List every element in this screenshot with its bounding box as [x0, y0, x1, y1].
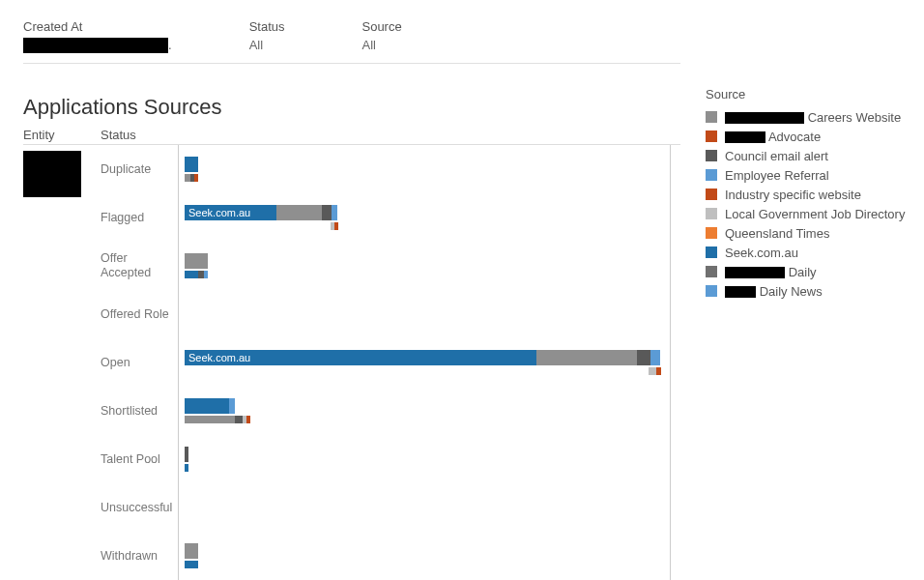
bar-segment-careers[interactable]	[185, 543, 198, 559]
bar-row	[185, 447, 664, 462]
legend-label: Seek.com.au	[725, 246, 798, 260]
filter-value: All	[361, 38, 401, 52]
bar-row	[185, 157, 664, 172]
plot-cell: Seek.com.au	[179, 338, 670, 387]
plot-cell	[179, 532, 670, 580]
legend-item[interactable]: Daily	[706, 262, 924, 281]
legend-item[interactable]: Careers Website	[706, 107, 924, 127]
plot-cell	[179, 483, 670, 532]
legend-label: Daily News	[725, 284, 823, 299]
bar-row	[185, 398, 664, 414]
status-cell: Offered Role	[101, 290, 178, 338]
filter-label: Status	[249, 19, 285, 34]
filter-bar: Created At . Status All Source All	[23, 19, 680, 64]
bar-segment-industry[interactable]	[194, 174, 198, 182]
col-status-header: Status	[101, 128, 178, 142]
plot-cell	[179, 387, 670, 435]
bar-row	[649, 367, 664, 375]
status-cell: Open	[101, 338, 178, 387]
bar-segment-seek[interactable]: Seek.com.au	[185, 205, 276, 220]
bar-segment-industry[interactable]	[656, 367, 661, 375]
bar-segment-careers[interactable]	[276, 205, 323, 220]
bar-segment-seek[interactable]	[185, 464, 188, 472]
bar-segment-careers[interactable]	[185, 416, 235, 423]
legend-item[interactable]: Advocate	[706, 127, 924, 146]
status-cell: Duplicate	[101, 145, 178, 193]
legend-item[interactable]: Seek.com.au	[706, 243, 924, 262]
bar-segment-council[interactable]	[235, 416, 243, 423]
legend-swatch	[706, 188, 717, 200]
legend-label: Queensland Times	[725, 226, 829, 241]
redacted-text	[23, 38, 168, 53]
legend-swatch	[706, 246, 717, 258]
bar-segment-council[interactable]	[637, 350, 650, 365]
legend-item[interactable]: Employee Referral	[706, 165, 924, 185]
legend-label: Advocate	[725, 130, 821, 144]
column-headers: Entity Status	[23, 128, 680, 145]
legend-label: Industry specific website	[725, 188, 861, 202]
plot-cell	[179, 435, 670, 483]
bar-segment-council[interactable]	[185, 447, 188, 462]
bar-row	[185, 464, 664, 472]
bar-segment-seek[interactable]	[185, 398, 229, 414]
plot-cell	[179, 145, 670, 193]
bar-segment-careers[interactable]	[536, 350, 638, 365]
legend-swatch	[706, 266, 717, 277]
legend-label: Local Government Job Directory	[725, 207, 905, 221]
bar-segment-careers[interactable]	[185, 253, 208, 269]
chart-title: Applications Sources	[23, 95, 680, 120]
bar-segment-empref[interactable]	[650, 350, 660, 365]
bar-row: Seek.com.au	[185, 350, 664, 365]
bar-segment-localgov[interactable]	[649, 367, 656, 375]
bar-segment-seek[interactable]	[185, 157, 198, 172]
plot-cell: Seek.com.au	[179, 193, 670, 242]
bar-segment-seek[interactable]: Seek.com.au	[185, 350, 536, 365]
legend-item[interactable]: Queensland Times	[706, 223, 924, 243]
filter-label: Source	[361, 19, 401, 34]
bar-segment-empref[interactable]	[229, 398, 235, 414]
legend-item[interactable]: Local Government Job Directory	[706, 204, 924, 223]
redacted-entity	[23, 151, 81, 197]
legend-item[interactable]: Council email alert	[706, 146, 924, 165]
redacted-text	[725, 131, 765, 143]
bar-row	[185, 561, 664, 568]
legend-swatch	[706, 169, 717, 181]
bar-segment-empref[interactable]	[204, 271, 208, 278]
status-cell: Withdrawn	[101, 532, 178, 580]
legend-item[interactable]: Daily News	[706, 281, 924, 301]
bar-row	[185, 271, 664, 278]
filter-value: All	[249, 38, 285, 52]
bar-segment-seek[interactable]	[185, 271, 198, 278]
plot-cell	[179, 242, 670, 290]
chart-area: Applications Sources Entity Status Dupli…	[23, 87, 680, 580]
status-cell: Shortlisted	[101, 387, 178, 435]
entity-column	[23, 145, 101, 580]
legend-swatch	[706, 227, 717, 239]
bar-row: Seek.com.au	[185, 205, 664, 220]
bar-segment-empref[interactable]	[332, 205, 337, 220]
bar-row	[185, 174, 664, 182]
bar-segment-seek[interactable]	[185, 561, 198, 568]
bar-segment-council[interactable]	[322, 205, 332, 220]
filter-status[interactable]: Status All	[249, 19, 285, 53]
legend-item[interactable]: Industry specific website	[706, 185, 924, 204]
filter-label: Created At	[23, 19, 172, 34]
bar-row	[331, 222, 664, 230]
legend-swatch	[706, 130, 717, 142]
legend-label: Council email alert	[725, 149, 828, 163]
filter-source[interactable]: Source All	[361, 19, 401, 53]
status-cell: Flagged	[101, 193, 178, 242]
filter-value: .	[23, 38, 172, 53]
redacted-text	[725, 112, 804, 124]
bar-segment-industry[interactable]	[334, 222, 338, 230]
bar-row	[185, 543, 664, 559]
plot-cell	[179, 290, 670, 338]
legend-title: Source	[706, 87, 924, 102]
filter-created-at[interactable]: Created At .	[23, 19, 172, 53]
legend-label: Daily	[725, 265, 817, 279]
legend: Source Careers Website AdvocateCouncil e…	[706, 87, 924, 580]
legend-swatch	[706, 208, 717, 219]
legend-swatch	[706, 285, 717, 297]
bar-segment-industry[interactable]	[246, 416, 250, 423]
status-cell: Talent Pool	[101, 435, 178, 483]
